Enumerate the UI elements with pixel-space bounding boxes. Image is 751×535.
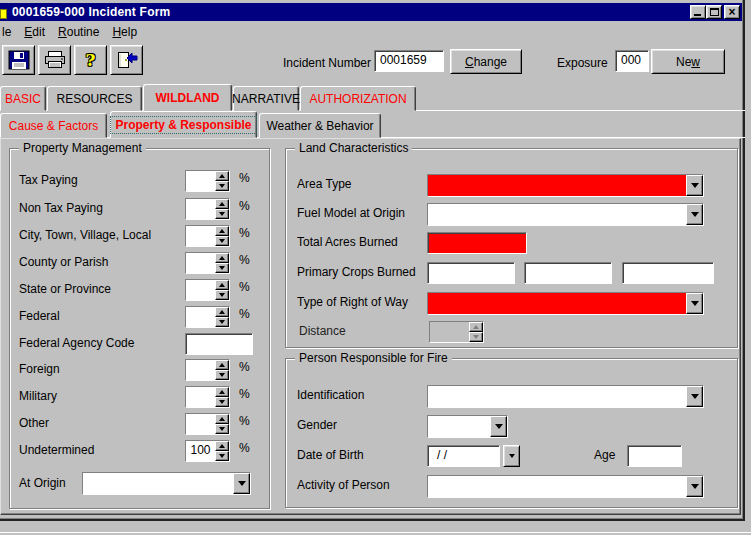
tax-paying-label: Tax Paying <box>19 173 78 187</box>
identification-dropdown[interactable] <box>427 385 704 408</box>
title-bar[interactable]: 0001659-000 Incident Form × <box>0 3 742 21</box>
menu-edit[interactable]: Edit <box>24 25 45 39</box>
new-button[interactable]: New <box>651 49 725 74</box>
spin-up-icon[interactable] <box>215 199 229 209</box>
identification-label: Identification <box>297 388 364 402</box>
spin-up-icon[interactable] <box>215 387 229 397</box>
save-icon <box>8 50 30 70</box>
foreign-spinner[interactable] <box>185 359 230 381</box>
fuel-model-label: Fuel Model at Origin <box>297 206 405 220</box>
area-type-label: Area Type <box>297 177 351 191</box>
spin-down-icon[interactable] <box>215 370 229 380</box>
incident-number-field[interactable]: 0001659 <box>374 50 444 72</box>
chevron-down-icon[interactable] <box>686 386 703 407</box>
federal-agency-code-label: Federal Agency Code <box>19 336 134 350</box>
save-button[interactable] <box>2 45 35 75</box>
tab-weather-behavior[interactable]: Weather & Behavior <box>259 113 381 138</box>
spin-up-icon[interactable] <box>215 226 229 236</box>
date-picker-button[interactable] <box>503 445 520 467</box>
print-button[interactable] <box>38 45 71 75</box>
undetermined-spinner[interactable]: 100 <box>185 440 230 462</box>
date-of-birth-field[interactable]: / / <box>427 445 500 467</box>
land-characteristics-title: Land Characteristics <box>295 141 412 155</box>
spin-down-icon[interactable] <box>215 424 229 434</box>
menu-file[interactable]: le <box>2 25 11 39</box>
other-spinner[interactable] <box>185 413 230 435</box>
spin-up-icon[interactable] <box>215 253 229 263</box>
spin-down-icon[interactable] <box>215 181 229 191</box>
tab-property-responsible[interactable]: Property & Responsible <box>110 111 257 138</box>
spin-down-icon[interactable] <box>215 209 229 219</box>
county-parish-spinner[interactable] <box>185 252 230 274</box>
tax-paying-spinner[interactable] <box>185 170 230 192</box>
spin-up-icon[interactable] <box>215 171 229 181</box>
spin-up-icon[interactable] <box>215 280 229 290</box>
spin-down-icon[interactable] <box>215 236 229 246</box>
tab-resources[interactable]: RESOURCES <box>47 86 142 111</box>
chevron-down-icon[interactable] <box>233 473 250 494</box>
tab-wildland[interactable]: WILDLAND <box>143 84 232 111</box>
military-spinner[interactable] <box>185 386 230 408</box>
fuel-model-dropdown[interactable] <box>427 203 704 226</box>
state-province-spinner[interactable] <box>185 279 230 301</box>
percent-label: % <box>239 387 250 401</box>
total-acres-field[interactable] <box>427 232 527 254</box>
window-title: 0001659-000 Incident Form <box>12 5 170 19</box>
close-button[interactable]: × <box>724 5 740 19</box>
tab-cause-factors[interactable]: Cause & Factors <box>0 113 107 138</box>
federal-agency-code-field[interactable] <box>185 333 253 355</box>
date-of-birth-label: Date of Birth <box>297 448 364 462</box>
tab-basic[interactable]: BASIC <box>0 86 46 111</box>
primary-crop-field-1[interactable] <box>427 262 515 284</box>
primary-crop-field-3[interactable] <box>622 262 714 284</box>
spin-up-icon[interactable] <box>215 441 229 451</box>
maximize-button[interactable] <box>706 5 722 19</box>
primary-crop-field-2[interactable] <box>524 262 612 284</box>
maximize-icon <box>710 8 719 16</box>
percent-label: % <box>239 414 250 428</box>
tab-narrative[interactable]: NARRATIVE <box>233 86 299 111</box>
chevron-down-icon[interactable] <box>686 293 703 314</box>
at-origin-dropdown[interactable] <box>82 472 251 495</box>
spin-down-icon <box>469 332 483 342</box>
distance-label: Distance <box>299 324 346 338</box>
age-field[interactable] <box>627 445 682 467</box>
tab-authorization[interactable]: AUTHORIZATION <box>300 86 416 111</box>
property-management-title: Property Management <box>19 141 146 155</box>
chevron-down-icon[interactable] <box>686 175 703 196</box>
city-town-spinner[interactable] <box>185 225 230 247</box>
incident-number-label: Incident Number <box>283 56 371 70</box>
exit-icon <box>115 50 139 70</box>
federal-spinner[interactable] <box>185 306 230 328</box>
menu-routine[interactable]: Routine <box>58 25 99 39</box>
non-tax-paying-spinner[interactable] <box>185 198 230 220</box>
minimize-button[interactable] <box>690 5 706 19</box>
spin-down-icon[interactable] <box>215 397 229 407</box>
chevron-down-icon[interactable] <box>686 476 703 497</box>
percent-label: % <box>239 171 250 185</box>
spin-down-icon[interactable] <box>215 317 229 327</box>
app-icon <box>0 9 7 19</box>
activity-dropdown[interactable] <box>427 475 704 498</box>
total-acres-label: Total Acres Burned <box>297 235 398 249</box>
help-button[interactable]: ? <box>74 45 107 75</box>
chevron-down-icon[interactable] <box>490 416 507 437</box>
spin-up-icon[interactable] <box>215 307 229 317</box>
window-controls: × <box>690 5 740 19</box>
percent-label: % <box>239 199 250 213</box>
gender-dropdown[interactable] <box>427 415 508 438</box>
spin-down-icon[interactable] <box>215 263 229 273</box>
spin-down-icon[interactable] <box>215 451 229 461</box>
exposure-field[interactable]: 000 <box>615 50 649 72</box>
right-of-way-dropdown[interactable] <box>427 292 704 315</box>
menu-help[interactable]: Help <box>112 25 137 39</box>
chevron-down-icon[interactable] <box>686 204 703 225</box>
exit-button[interactable] <box>110 45 143 75</box>
spin-up-icon[interactable] <box>215 360 229 370</box>
minimize-icon <box>694 14 701 16</box>
spin-up-icon[interactable] <box>215 414 229 424</box>
undetermined-label: Undetermined <box>19 443 94 457</box>
spin-down-icon[interactable] <box>215 290 229 300</box>
change-button[interactable]: Change <box>450 49 522 74</box>
area-type-dropdown[interactable] <box>427 174 704 197</box>
